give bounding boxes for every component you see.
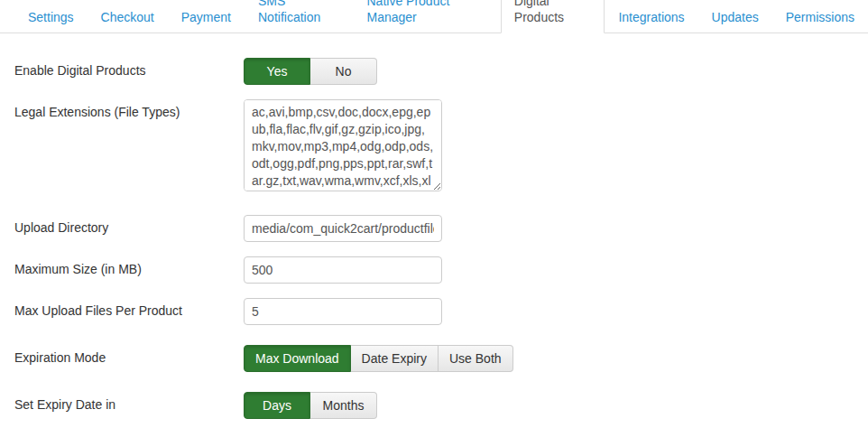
tab-native-product-manager-label[interactable]: Native Product Manager bbox=[353, 0, 500, 33]
maximum-size-label: Maximum Size (in MB) bbox=[14, 256, 244, 284]
expiration-mode-max-download-button[interactable]: Max Download bbox=[244, 345, 351, 372]
upload-directory-input[interactable] bbox=[244, 215, 442, 242]
tab-settings[interactable]: Settings bbox=[14, 2, 88, 33]
max-upload-files-label: Max Upload Files Per Product bbox=[14, 298, 244, 325]
field-row-enable-digital-products: Enable Digital Products Yes No bbox=[14, 58, 868, 85]
tab-checkout-label[interactable]: Checkout bbox=[88, 2, 168, 33]
field-row-max-upload-files: Max Upload Files Per Product bbox=[14, 298, 868, 325]
set-expiry-date-in-label: Set Expiry Date in bbox=[14, 392, 244, 419]
tab-sms-notification-label[interactable]: SMS Notification bbox=[245, 0, 353, 33]
enable-digital-products-yes-button[interactable]: Yes bbox=[244, 58, 310, 85]
field-row-legal-extensions: Legal Extensions (File Types) ac,avi,bmp… bbox=[14, 99, 868, 195]
field-row-upload-directory: Upload Directory bbox=[14, 215, 868, 242]
field-row-expiration-mode: Expiration Mode Max Download Date Expiry… bbox=[14, 345, 868, 372]
upload-directory-label: Upload Directory bbox=[14, 215, 244, 242]
maximum-size-input[interactable] bbox=[244, 256, 442, 284]
tab-permissions[interactable]: Permissions bbox=[772, 2, 868, 33]
set-expiry-date-in-toggle: Days Months bbox=[244, 392, 377, 419]
tab-integrations[interactable]: Integrations bbox=[605, 2, 697, 33]
enable-digital-products-no-button[interactable]: No bbox=[310, 58, 377, 85]
expiration-mode-label: Expiration Mode bbox=[14, 345, 244, 372]
tab-sms-notification[interactable]: SMS Notification bbox=[245, 0, 353, 33]
tab-digital-products[interactable]: Digital Products bbox=[501, 0, 605, 33]
settings-tab-bar: Settings Checkout Payment SMS Notificati… bbox=[0, 0, 868, 33]
expiration-mode-toggle: Max Download Date Expiry Use Both bbox=[244, 345, 513, 372]
tab-permissions-label[interactable]: Permissions bbox=[772, 2, 868, 33]
tab-updates[interactable]: Updates bbox=[698, 2, 772, 33]
expiration-mode-date-expiry-button[interactable]: Date Expiry bbox=[351, 345, 439, 372]
set-expiry-days-button[interactable]: Days bbox=[244, 392, 310, 419]
max-upload-files-input[interactable] bbox=[244, 298, 442, 325]
tab-checkout[interactable]: Checkout bbox=[88, 2, 168, 33]
tab-payment-label[interactable]: Payment bbox=[168, 2, 245, 33]
legal-extensions-label: Legal Extensions (File Types) bbox=[14, 99, 244, 195]
tab-payment[interactable]: Payment bbox=[168, 2, 245, 33]
expiration-mode-use-both-button[interactable]: Use Both bbox=[439, 345, 513, 372]
tab-native-product-manager[interactable]: Native Product Manager bbox=[353, 0, 500, 33]
legal-extensions-textarea[interactable]: ac,avi,bmp,csv,doc,docx,epg,epub,fla,fla… bbox=[244, 99, 442, 191]
tab-integrations-label[interactable]: Integrations bbox=[605, 2, 697, 33]
tab-digital-products-label[interactable]: Digital Products bbox=[501, 0, 605, 33]
field-row-set-expiry-date-in: Set Expiry Date in Days Months bbox=[14, 392, 868, 419]
field-row-maximum-size: Maximum Size (in MB) bbox=[14, 256, 868, 284]
set-expiry-months-button[interactable]: Months bbox=[310, 392, 377, 419]
enable-digital-products-label: Enable Digital Products bbox=[14, 58, 244, 85]
digital-products-form: Enable Digital Products Yes No Legal Ext… bbox=[0, 33, 868, 419]
tab-settings-label[interactable]: Settings bbox=[14, 2, 88, 33]
tab-updates-label[interactable]: Updates bbox=[698, 2, 772, 33]
enable-digital-products-toggle: Yes No bbox=[244, 58, 377, 85]
